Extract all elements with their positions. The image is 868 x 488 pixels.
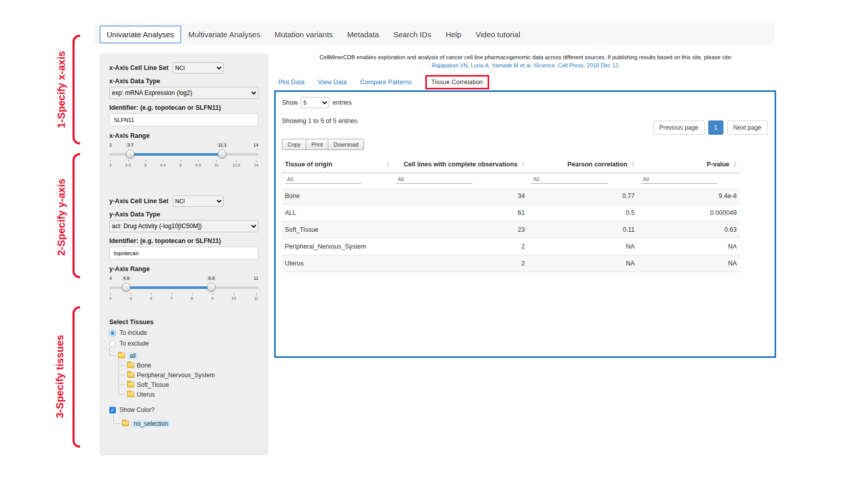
cell-cell-lines: 61 (393, 205, 528, 222)
tab-plot-data[interactable]: Plot Data (278, 79, 304, 86)
x-data-type-select[interactable]: exp: mRNA Expression (log2) (109, 87, 258, 99)
tab-univariate-analyses[interactable]: Univariate Analyses (100, 26, 181, 43)
x-range-label: x-Axis Range (109, 132, 258, 139)
filter-tissue-input[interactable] (285, 175, 361, 184)
x-identifier-input[interactable] (109, 113, 258, 126)
cell-cell-lines: 23 (393, 222, 528, 238)
folder-icon (127, 362, 134, 368)
sort-icon[interactable]: ▲▼ (734, 161, 737, 167)
filter-cell-lines-input[interactable] (396, 175, 472, 184)
y-cell-line-set-label: y-Axis Cell Line Set (109, 198, 168, 205)
radio-icon (109, 340, 116, 347)
cell-tissue: Uterus (282, 255, 393, 272)
y-data-type-select[interactable]: act: Drug Activity (-log10[IC50M]) (109, 220, 258, 232)
cell-p-value: 9.4e-8 (638, 188, 740, 205)
copy-button[interactable]: Copy (282, 139, 306, 150)
intro-block: CellMinerCDB enables exploration and ana… (278, 54, 774, 68)
tab-mutation-variants[interactable]: Mutation variants (268, 26, 340, 43)
correlation-table: ▲▼ Tissue of origin ▲▼ Cell lines with c… (282, 156, 740, 272)
tissue-tree: all Bone Peripheral_Nervous_System Soft_… (109, 351, 258, 399)
tab-compare-patterns[interactable]: Compare Patterns (360, 79, 412, 86)
cell-p-value: 0.63 (638, 222, 740, 238)
sidebar: x-Axis Cell Line Set NCI x-Axis Data Typ… (100, 54, 268, 455)
page-number-button[interactable]: 1 (708, 120, 724, 135)
y-slider-high-handle[interactable] (207, 283, 216, 291)
page-length-select[interactable]: 5 (301, 97, 329, 108)
x-slider-max-label: 14 (253, 142, 258, 148)
tree-node-peripheral-nervous-system[interactable]: Peripheral_Nervous_System (118, 370, 258, 380)
selection-tree: no_selection (109, 419, 258, 428)
to-include-label: To include (119, 329, 147, 336)
table-row[interactable]: ALL 61 0.5 0.000049 (282, 205, 740, 222)
table-row[interactable]: Bone 34 0.77 9.4e-8 (282, 188, 740, 205)
bracket-tissues (73, 306, 80, 448)
table-row[interactable]: Soft_Tissue 23 0.11 0.63 (282, 222, 740, 238)
x-slider-high-handle[interactable] (218, 150, 227, 158)
sort-icon[interactable]: ▲▼ (632, 161, 635, 167)
y-range-label: y-Axis Range (109, 265, 258, 273)
radio-icon (109, 330, 116, 336)
print-button[interactable]: Print (306, 139, 329, 150)
table-row[interactable]: Uterus 2 NA NA (282, 255, 740, 272)
bracket-y-axis (73, 153, 80, 278)
tab-help[interactable]: Help (439, 26, 469, 43)
filter-pearson-input[interactable] (531, 175, 608, 184)
cell-p-value: NA (638, 255, 740, 272)
citation-link[interactable]: Rajapakse.VN, Luna.A, Yamade.M et al. iS… (432, 62, 620, 68)
tree-node-bone[interactable]: Bone (118, 360, 258, 370)
tab-view-data[interactable]: View Data (318, 79, 347, 86)
cell-p-value: NA (638, 238, 740, 255)
x-slider-high-value: 11.1 (216, 142, 228, 148)
x-data-type-label: x-Axis Data Type (109, 78, 258, 85)
to-exclude-radio[interactable]: To exclude (109, 340, 258, 347)
main-nav: Univariate Analyses Multivariate Analyse… (94, 23, 775, 45)
tree-connector (109, 348, 116, 356)
show-label: Show (282, 99, 298, 106)
y-cell-line-set-select[interactable]: NCI (173, 196, 224, 207)
filter-row (282, 173, 740, 188)
tab-multivariate-analyses[interactable]: Multivariate Analyses (181, 26, 268, 43)
tab-search-ids[interactable]: Search IDs (386, 26, 438, 43)
download-button[interactable]: Download (328, 139, 364, 150)
x-cell-line-set-label: x-Axis Cell Line Set (109, 64, 168, 71)
y-identifier-input[interactable] (109, 247, 258, 259)
tab-metadata[interactable]: Metadata (340, 26, 387, 43)
column-header-tissue[interactable]: ▲▼ Tissue of origin (282, 156, 393, 173)
y-slider-low-handle[interactable] (122, 283, 131, 291)
x-slider-scale: 23.556.589.51112.514 (109, 159, 258, 167)
to-include-radio[interactable]: To include (109, 329, 258, 336)
x-axis-range-slider[interactable]: 2 14 3.7 11.1 23.556.589.51112.514 (109, 142, 258, 173)
sort-icon[interactable]: ▲▼ (522, 161, 525, 167)
tree-node-soft-tissue[interactable]: Soft_Tissue (118, 380, 258, 389)
folder-icon (127, 372, 134, 378)
column-header-p-value[interactable]: ▲▼ P-value (638, 156, 740, 173)
annotation-x-axis: 1-Specify x-axis (56, 31, 67, 149)
tab-tissue-correlation[interactable]: Tissue Correlation (425, 75, 489, 89)
x-slider-low-handle[interactable] (126, 150, 135, 158)
y-axis-range-slider[interactable]: 4 11 4.8 8.8 4567891011 (109, 276, 258, 306)
cell-pearson: 0.11 (528, 222, 638, 238)
cell-pearson: 0.5 (528, 205, 638, 222)
table-row[interactable]: Peripheral_Nervous_System 2 NA NA (282, 238, 740, 255)
column-header-pearson[interactable]: ▲▼ Pearson correlation (528, 156, 638, 173)
tree-connector (118, 367, 125, 375)
x-cell-line-set-select[interactable]: NCI (173, 62, 224, 74)
cell-pearson: NA (528, 238, 638, 255)
tab-video-tutorial[interactable]: Video tutorial (468, 26, 527, 43)
tree-node-all[interactable]: all (109, 351, 258, 360)
sort-icon[interactable]: ▲▼ (387, 161, 390, 167)
column-header-cell-lines[interactable]: ▲▼ Cell lines with complete observations (393, 156, 528, 173)
tissue-correlation-panel: Show 5 entries Showing 1 to 5 of 5 entri… (274, 90, 776, 358)
x-slider-low-value: 3.7 (126, 142, 135, 148)
cell-pearson: 0.77 (528, 188, 638, 205)
cell-pearson: NA (528, 255, 638, 272)
tree-node-no-selection[interactable]: no_selection (113, 419, 258, 428)
previous-page-button[interactable]: Previous page (653, 120, 705, 135)
filter-p-value-input[interactable] (641, 175, 717, 184)
tree-node-uterus[interactable]: Uterus (118, 389, 258, 399)
cell-tissue: Soft_Tissue (282, 222, 393, 238)
tree-connector (113, 416, 120, 424)
show-color-checkbox[interactable]: ✓ Show Color? (109, 406, 258, 413)
y-slider-fill (126, 286, 211, 289)
next-page-button[interactable]: Next page (727, 120, 767, 135)
